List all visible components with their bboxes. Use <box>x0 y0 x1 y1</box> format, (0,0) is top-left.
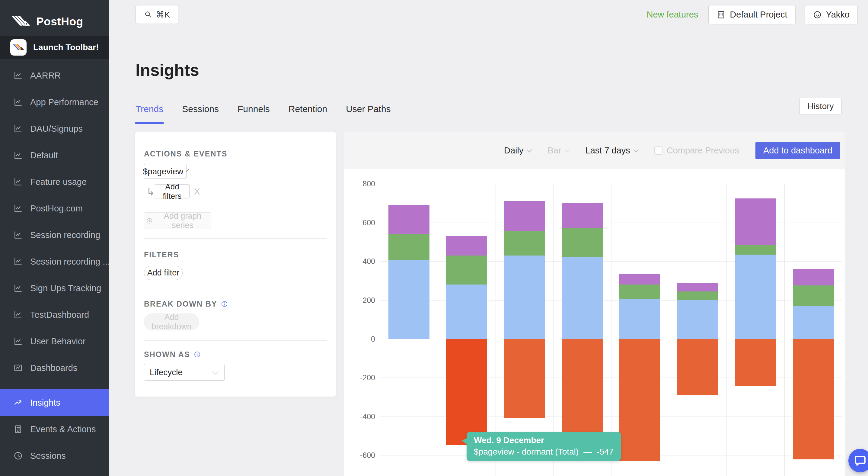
bar-2-resurrecting[interactable] <box>504 201 545 231</box>
search-icon <box>144 10 152 19</box>
clock-icon <box>13 451 23 460</box>
bar-3-new[interactable] <box>562 257 603 339</box>
tab-retention[interactable]: Retention <box>288 100 328 123</box>
y-axis-tick-label: -600 <box>348 451 375 460</box>
sidebar-item-app-performance[interactable]: App Performance <box>0 89 109 115</box>
sidebar-item-dau-signups[interactable]: DAU/Signups <box>0 115 109 142</box>
shown-as-label: SHOWN AS <box>144 350 201 359</box>
compare-previous-toggle[interactable]: Compare Previous <box>654 146 739 155</box>
sidebar-item-dashboards[interactable]: Dashboards <box>0 355 109 381</box>
add-graph-series-button[interactable]: Add graph series <box>144 212 211 229</box>
tab-funnels[interactable]: Funnels <box>237 100 271 123</box>
sidebar-item-session-recording[interactable]: Session recording <box>0 222 109 248</box>
bar-4-dormant[interactable] <box>619 339 660 461</box>
info-icon[interactable] <box>194 351 201 358</box>
bar-4-resurrecting[interactable] <box>619 274 660 285</box>
chevron-down-icon <box>213 368 218 375</box>
tab-trends[interactable]: Trends <box>135 100 164 123</box>
bar-5-dormant[interactable] <box>677 339 718 395</box>
bar-7-new[interactable] <box>793 306 834 339</box>
bar-2-new[interactable] <box>504 256 545 339</box>
bar-3-returning[interactable] <box>562 228 603 257</box>
gridline <box>842 184 842 476</box>
sidebar-item-sessions[interactable]: Sessions <box>0 443 109 469</box>
bar-4-returning[interactable] <box>619 285 660 299</box>
shown-as-value: Lifecycle <box>150 367 183 377</box>
user-avatar-icon <box>813 10 822 19</box>
chart-line-icon <box>13 124 23 133</box>
sidebar-item-default[interactable]: Default <box>0 142 109 169</box>
shown-as-select[interactable]: Lifecycle <box>144 364 224 381</box>
chart-line-icon <box>13 204 23 213</box>
sidebar-item-events-actions[interactable]: Events & Actions <box>0 416 109 443</box>
launch-toolbar-button[interactable]: Launch Toolbar! <box>0 36 109 59</box>
tooltip-date: Wed. 9 December <box>474 436 614 445</box>
bar-5-returning[interactable] <box>677 292 718 300</box>
history-button[interactable]: History <box>800 98 842 115</box>
event-selector[interactable]: $pageview <box>144 164 187 179</box>
bar-1-dormant[interactable] <box>446 339 487 445</box>
chart-type-dropdown[interactable]: Bar <box>548 146 569 155</box>
bar-1-returning[interactable] <box>446 256 487 285</box>
chevron-down-icon <box>565 147 570 152</box>
compare-previous-checkbox[interactable] <box>654 147 662 155</box>
sidebar-item-sign-ups-tracking[interactable]: Sign Ups Tracking <box>0 275 109 301</box>
sidebar-item-posthog-com[interactable]: PostHog.com <box>0 195 109 222</box>
plus-circle-icon <box>146 217 153 225</box>
remove-series-icon[interactable]: X <box>194 186 200 197</box>
bar-7-dormant[interactable] <box>793 339 834 459</box>
bar-7-resurrecting[interactable] <box>793 269 834 286</box>
chevron-down-icon <box>527 147 532 152</box>
tab-user-paths[interactable]: User Paths <box>345 100 391 123</box>
launch-toolbar-label: Launch Toolbar! <box>33 42 99 52</box>
interval-value: Daily <box>504 146 523 155</box>
brand[interactable]: PostHog <box>0 0 109 36</box>
bar-3-resurrecting[interactable] <box>562 203 603 228</box>
date-range-value: Last 7 days <box>586 146 630 155</box>
sidebar-item-label: AARRR <box>30 71 61 81</box>
y-axis-tick-label: -400 <box>348 412 375 421</box>
sidebar-item-aarrr[interactable]: AARRR <box>0 62 109 89</box>
chart-line-icon <box>13 177 23 187</box>
sidebar-item-testdashboard[interactable]: TestDashboard <box>0 301 109 328</box>
sidebar-item-label: DAU/Signups <box>30 124 83 134</box>
project-switcher-button[interactable]: Default Project <box>708 5 795 24</box>
bar-1-new[interactable] <box>446 285 487 339</box>
bar-0-new[interactable] <box>389 260 430 339</box>
sidebar-item-session-recording[interactable]: Session recording ... <box>0 248 109 275</box>
bar-6-dormant[interactable] <box>735 339 776 386</box>
chat-widget-button[interactable] <box>848 449 868 472</box>
info-icon[interactable] <box>221 300 228 307</box>
date-range-dropdown[interactable]: Last 7 days <box>586 146 638 155</box>
bar-5-new[interactable] <box>677 300 718 339</box>
lifecycle-chart[interactable]: 8006004002000-200-400-600 <box>344 169 845 476</box>
sidebar-item-insights[interactable]: Insights <box>0 389 109 416</box>
sidebar-item-user-behavior[interactable]: User Behavior <box>0 328 109 355</box>
add-filter-button[interactable]: Add filter <box>144 266 183 280</box>
search-shortcut: ⌘K <box>156 10 170 20</box>
add-filters-button[interactable]: Add filters <box>155 184 189 199</box>
bar-2-dormant[interactable] <box>504 339 545 418</box>
bar-6-new[interactable] <box>735 255 776 339</box>
bar-1-resurrecting[interactable] <box>446 236 487 256</box>
search-button[interactable]: ⌘K <box>135 5 178 24</box>
bar-4-new[interactable] <box>619 299 660 339</box>
bar-2-returning[interactable] <box>504 231 545 256</box>
sidebar-item-label: Insights <box>30 398 60 408</box>
add-breakdown-button[interactable]: Add breakdown <box>144 314 199 330</box>
sidebar-item-feature-usage[interactable]: Feature usage <box>0 169 109 195</box>
sidebar-item-label: App Performance <box>30 97 98 107</box>
bar-5-resurrecting[interactable] <box>677 283 718 292</box>
bar-7-returning[interactable] <box>793 286 834 306</box>
bar-0-returning[interactable] <box>389 234 430 260</box>
tab-sessions[interactable]: Sessions <box>181 100 219 123</box>
bar-0-resurrecting[interactable] <box>389 205 430 234</box>
bar-6-returning[interactable] <box>735 245 776 255</box>
user-menu-button[interactable]: Yakko <box>805 5 858 24</box>
new-features-link[interactable]: New features <box>647 10 698 20</box>
chart-tooltip: Wed. 9 December $pageview - dormant (Tot… <box>467 432 621 461</box>
filters-label: FILTERS <box>144 250 179 259</box>
bar-6-resurrecting[interactable] <box>735 199 776 245</box>
interval-dropdown[interactable]: Daily <box>504 146 531 155</box>
add-to-dashboard-button[interactable]: Add to dashboard <box>755 142 840 159</box>
